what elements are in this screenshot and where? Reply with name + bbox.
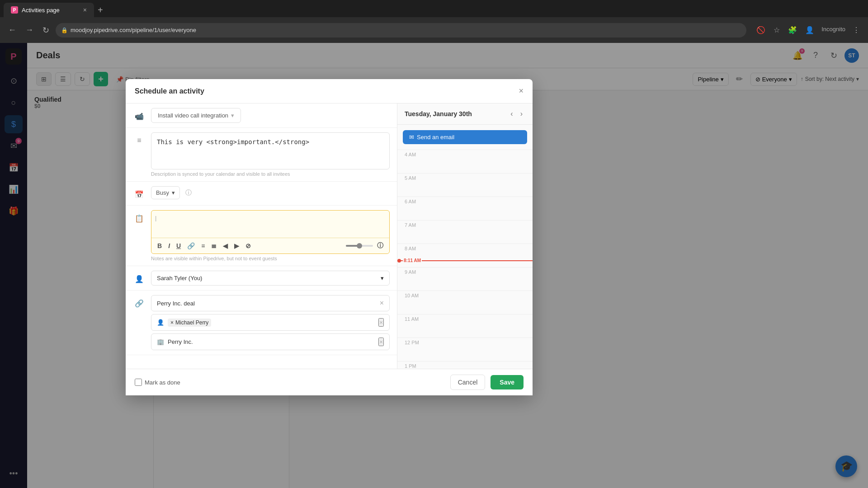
video-chevron-icon: ▾ — [231, 112, 234, 119]
link-button[interactable]: 🔗 — [185, 241, 197, 250]
contact-field[interactable]: 👤 × Michael Perry × — [151, 314, 390, 331]
clear-format-button[interactable]: ⊘ — [243, 241, 253, 250]
mark-done-checkbox[interactable] — [135, 379, 142, 386]
tab-close-button[interactable]: × — [83, 6, 87, 14]
browser-actions: 🚫 ☆ 🧩 👤 Incognito ⋮ — [754, 24, 863, 36]
underline-button[interactable]: U — [174, 241, 183, 250]
busy-content: Busy ▾ ⓘ — [151, 186, 390, 199]
notes-input[interactable]: | — [151, 211, 389, 238]
lock-icon: 🔒 — [61, 27, 68, 33]
envelope-icon: ✉ — [409, 134, 414, 141]
back-button[interactable]: ← — [5, 23, 19, 37]
deal-content: Perry Inc. deal × 👤 × Michael Perry — [151, 295, 390, 350]
person-icon: 👤 — [133, 272, 146, 285]
company-field[interactable]: 🏢 Perry Inc. × — [151, 333, 390, 350]
calendar-nav: ‹ › — [508, 109, 525, 119]
description-row: ≡ This is very <strong>important.</stron… — [126, 128, 397, 182]
send-email-button[interactable]: ✉ Send an email — [403, 130, 527, 144]
indent-button[interactable]: ▶ — [232, 241, 241, 250]
company-clear-button[interactable]: × — [378, 338, 384, 346]
time-slot-9am: 9 AM — [397, 267, 533, 291]
url-text: moodjoy.pipedrive.com/pipeline/1/user/ev… — [71, 27, 196, 33]
modal-close-button[interactable]: × — [519, 86, 524, 96]
time-label: 6 AM — [405, 199, 416, 204]
contact-name: Michael Perry — [175, 319, 208, 326]
time-label: 7 AM — [405, 222, 416, 228]
time-slot-12pm: 12 PM — [397, 338, 533, 361]
outdent-button[interactable]: ◀ — [221, 241, 230, 250]
mark-as-done-label[interactable]: Mark as done — [135, 379, 180, 386]
time-slot-4am: 4 AM — [397, 150, 533, 173]
current-time-line: 8:11 AM — [397, 260, 533, 261]
slider-thumb[interactable] — [357, 243, 362, 249]
profile-icon[interactable]: 👤 — [802, 24, 817, 36]
time-label: 11 AM — [405, 316, 419, 322]
notes-hint: Notes are visible within Pipedrive, but … — [151, 256, 390, 261]
modal-form: 📹 Install video call integration ▾ ≡ — [126, 103, 397, 369]
modal-footer: Mark as done Cancel Save — [126, 369, 533, 395]
time-slot-5am: 5 AM — [397, 173, 533, 197]
time-label: 8 AM — [405, 246, 416, 251]
time-slot-11am: 11 AM — [397, 314, 533, 338]
modal-body: 📹 Install video call integration ▾ ≡ — [126, 103, 533, 369]
extension-icon[interactable]: 🧩 — [785, 24, 800, 36]
company-name: Perry Inc. — [168, 338, 193, 345]
schedule-modal: Schedule an activity × 📹 Install video c… — [126, 79, 533, 395]
incognito-label: Incognito — [820, 24, 847, 36]
text-size-slider[interactable] — [346, 245, 373, 247]
time-label: 1 PM — [405, 363, 416, 369]
italic-button[interactable]: I — [166, 241, 172, 250]
camera-off-icon[interactable]: 🚫 — [754, 24, 768, 36]
numbered-list-button[interactable]: ≣ — [209, 241, 219, 250]
busy-chevron-icon: ▾ — [172, 189, 175, 196]
app-container: P ⊙ ○ $ ✉ 9 📅 📊 🎁 ••• Deals — [0, 43, 868, 488]
video-integration-button[interactable]: Install video call integration ▾ — [151, 108, 241, 123]
address-bar[interactable]: 🔒 moodjoy.pipedrive.com/pipeline/1/user/… — [56, 23, 746, 38]
assignee-chevron-icon: ▾ — [381, 275, 384, 282]
time-slot-1pm: 1 PM — [397, 361, 533, 369]
modal-calendar: Tuesday, January 30th ‹ › ✉ Send an emai… — [397, 103, 533, 369]
new-tab-button[interactable]: + — [94, 3, 107, 17]
building-icon: 🏢 — [157, 338, 164, 345]
busy-info-icon[interactable]: ⓘ — [185, 189, 192, 197]
reload-button[interactable]: ↻ — [40, 23, 52, 37]
save-button[interactable]: Save — [491, 375, 524, 389]
star-icon[interactable]: ☆ — [771, 24, 783, 36]
description-hint: Description is synced to your calendar a… — [151, 171, 390, 177]
assignee-content: Sarah Tyler (You) ▾ — [151, 271, 390, 286]
calendar-next-button[interactable]: › — [518, 109, 525, 119]
deal-name: Perry Inc. deal — [157, 300, 195, 307]
current-time-label: 8:11 AM — [403, 258, 422, 263]
video-content: Install video call integration ▾ — [151, 108, 390, 123]
calendar-header: Tuesday, January 30th ‹ › — [397, 103, 533, 125]
calendar-prev-button[interactable]: ‹ — [508, 109, 515, 119]
calendar-time-slots: 4 AM 5 AM 6 AM 7 AM 8 AM — [397, 150, 533, 369]
deal-row: 🔗 Perry Inc. deal × 👤 × — [126, 291, 397, 355]
modal-overlay[interactable]: Schedule an activity × 📹 Install video c… — [0, 43, 868, 488]
notes-info-icon[interactable]: ⓘ — [375, 241, 386, 251]
description-content: This is very <strong>important.</strong>… — [151, 132, 390, 177]
modal-header: Schedule an activity × — [126, 79, 533, 103]
busy-dropdown[interactable]: Busy ▾ — [151, 186, 180, 199]
deal-clear-button[interactable]: × — [380, 299, 384, 307]
time-slot-8am: 8 AM 8:11 AM — [397, 244, 533, 267]
notes-row: 📋 | B I U 🔗 — [126, 206, 397, 266]
bullet-list-button[interactable]: ≡ — [199, 241, 207, 250]
time-label: 12 PM — [405, 340, 419, 345]
contact-person-icon: 👤 — [157, 319, 164, 326]
browser-tab-active[interactable]: P Activities page × — [4, 3, 94, 17]
deal-field[interactable]: Perry Inc. deal × — [151, 295, 390, 311]
contact-tag-x-icon[interactable]: × — [170, 319, 174, 326]
notes-icon: 📋 — [133, 212, 146, 225]
forward-button[interactable]: → — [23, 23, 36, 37]
time-label: 5 AM — [405, 175, 416, 181]
bold-button[interactable]: B — [155, 241, 164, 250]
cancel-button[interactable]: Cancel — [450, 375, 486, 390]
description-textarea[interactable]: This is very <strong>important.</strong> — [157, 136, 384, 164]
tab-title: Activities page — [22, 7, 60, 14]
menu-button[interactable]: ⋮ — [850, 24, 863, 36]
video-icon: 📹 — [133, 110, 146, 122]
assignee-dropdown[interactable]: Sarah Tyler (You) ▾ — [151, 271, 390, 286]
time-slot-10am: 10 AM — [397, 291, 533, 314]
contact-clear-button[interactable]: × — [378, 318, 384, 327]
